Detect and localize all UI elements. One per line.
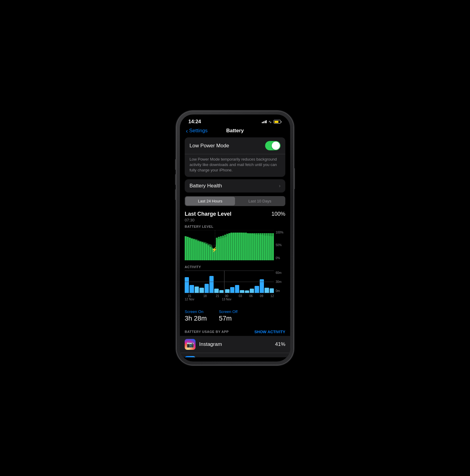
activity-y-label-0: 0m: [276, 289, 285, 293]
activity-y-label-60: 60m: [276, 271, 285, 274]
svg-rect-21: [222, 236, 224, 260]
svg-rect-10: [199, 242, 201, 260]
screen-off-value: 57m: [219, 315, 237, 322]
svg-rect-12: [203, 243, 205, 260]
svg-rect-34: [249, 233, 251, 260]
svg-rect-25: [230, 233, 232, 260]
svg-rect-14: [208, 245, 209, 260]
svg-rect-27: [235, 233, 237, 260]
wifi-icon: ∿: [268, 120, 272, 124]
svg-rect-31: [243, 233, 245, 260]
low-power-mode-row: Low Power Mode: [185, 137, 285, 154]
svg-rect-44: [270, 233, 272, 260]
screen-on-item: Screen On 3h 28m: [185, 309, 207, 322]
back-chevron-icon: ‹: [186, 128, 188, 134]
screen-usage-section: Screen On 3h 28m Screen Off 57m: [180, 306, 290, 327]
battery-chart-section: BATTERY LEVEL: [180, 225, 290, 265]
svg-rect-26: [233, 233, 234, 260]
x-axis-labels: 15 12 Nov 18 21: [185, 293, 274, 301]
svg-rect-40: [262, 233, 264, 260]
svg-rect-5: [189, 238, 191, 260]
screen-on-value: 3h 28m: [185, 315, 207, 322]
svg-rect-13: [205, 244, 207, 260]
svg-rect-43: [268, 233, 270, 260]
phone-device: 14:24 ∿ ‹ Set: [176, 111, 294, 365]
screen-on-label: Screen On: [185, 309, 207, 314]
chevron-right-icon: ›: [279, 183, 280, 189]
main-content[interactable]: Low Power Mode Low Power Mode temporaril…: [180, 137, 290, 357]
svg-rect-33: [247, 233, 249, 260]
show-activity-button[interactable]: SHOW ACTIVITY: [254, 330, 285, 334]
low-power-mode-toggle[interactable]: [265, 141, 280, 150]
time-period-tabs: Last 24 Hours Last 10 Days: [185, 196, 285, 206]
activity-y-label-30: 30m: [276, 280, 285, 283]
svg-text:⚡: ⚡: [212, 246, 218, 252]
screen-off-item: Screen Off 57m: [219, 309, 237, 322]
svg-rect-4: [187, 237, 189, 260]
nav-bar: ‹ Settings Battery: [180, 127, 290, 137]
svg-rect-45: [272, 233, 274, 260]
svg-rect-6: [191, 239, 193, 260]
instagram-app-percent: 41%: [275, 341, 285, 347]
svg-rect-39: [260, 233, 262, 260]
battery-chart-label: BATTERY LEVEL: [185, 225, 285, 228]
battery-chart-y-axis: 100% 50% 0%: [276, 230, 285, 260]
svg-rect-23: [226, 234, 228, 260]
svg-rect-35: [251, 233, 253, 260]
charge-header: Last Charge Level 100%: [185, 211, 285, 217]
svg-rect-19: [218, 237, 220, 260]
svg-rect-41: [264, 233, 265, 260]
charge-title: Last Charge Level: [185, 211, 231, 217]
battery-health-section: Battery Health ›: [185, 179, 285, 193]
charge-percent: 100%: [271, 211, 285, 217]
battery-level-chart: ⚡: [185, 230, 274, 260]
tab-last-24-hours[interactable]: Last 24 Hours: [185, 197, 235, 205]
activity-chart-section: ACTIVITY: [180, 265, 290, 306]
safari-app-icon: 🧭: [185, 356, 196, 357]
status-time: 14:24: [188, 119, 201, 125]
battery-health-row[interactable]: Battery Health ›: [185, 179, 285, 193]
charge-time: 07:30: [185, 218, 285, 222]
svg-rect-30: [241, 233, 243, 260]
svg-rect-32: [245, 233, 247, 260]
svg-rect-3: [185, 236, 186, 260]
battery-usage-label: BATTERY USAGE BY APP: [185, 330, 229, 334]
toggle-knob: [272, 142, 280, 150]
app-row-safari[interactable]: 🧭 Safari 12%: [180, 353, 290, 357]
status-icons: ∿: [262, 120, 282, 124]
svg-rect-7: [193, 239, 195, 260]
svg-rect-37: [255, 233, 257, 260]
page-title: Battery: [226, 128, 244, 134]
svg-rect-28: [237, 233, 239, 260]
battery-y-label-50: 50%: [276, 243, 285, 247]
phone-screen: 14:24 ∿ ‹ Set: [180, 114, 290, 362]
svg-rect-36: [253, 233, 255, 260]
svg-rect-24: [228, 233, 230, 260]
battery-y-label-100: 100%: [276, 231, 285, 234]
app-row-instagram[interactable]: 📷 Instagram 41%: [180, 336, 290, 353]
low-power-mode-label: Low Power Mode: [190, 143, 229, 149]
signal-icon: [262, 120, 267, 123]
battery-y-label-0: 0%: [276, 256, 285, 260]
svg-rect-20: [220, 236, 222, 260]
activity-chart-y-axis: 60m 30m 0m: [276, 271, 285, 293]
svg-rect-42: [266, 233, 268, 260]
low-power-mode-section: Low Power Mode Low Power Mode temporaril…: [185, 137, 285, 177]
activity-bar: [185, 277, 189, 293]
low-power-mode-description: Low Power Mode temporarily reduces backg…: [185, 154, 285, 177]
back-button[interactable]: ‹ Settings: [186, 128, 208, 134]
screen-off-label: Screen Off: [219, 309, 237, 314]
battery-health-label: Battery Health: [190, 183, 222, 189]
svg-rect-8: [195, 240, 197, 260]
notch: [212, 114, 258, 124]
svg-rect-11: [201, 242, 203, 260]
activity-chart-label: ACTIVITY: [185, 265, 285, 269]
battery-usage-header: BATTERY USAGE BY APP SHOW ACTIVITY: [180, 327, 290, 336]
svg-rect-38: [258, 233, 259, 260]
svg-rect-9: [197, 241, 199, 260]
tab-last-10-days[interactable]: Last 10 Days: [235, 197, 285, 205]
charge-level-section: Last Charge Level 100% 07:30: [180, 211, 290, 225]
instagram-app-icon: 📷: [185, 339, 196, 350]
battery-status-icon: [274, 120, 282, 124]
instagram-app-name: Instagram: [199, 341, 275, 347]
